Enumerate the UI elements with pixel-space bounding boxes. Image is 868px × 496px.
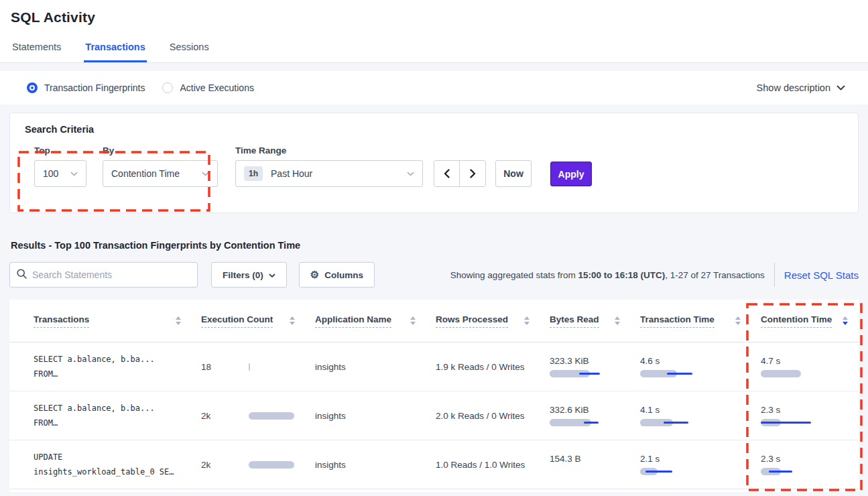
chevron-down-icon [70, 172, 78, 176]
next-interval-button[interactable] [460, 161, 485, 186]
stats-group: Showing aggregated stats from 15:00 to 1… [450, 263, 859, 287]
radio-transaction-fingerprints[interactable]: Transaction Fingerprints [27, 82, 145, 93]
sort-icon[interactable] [615, 316, 620, 325]
contention-time-bar [761, 419, 828, 426]
sort-icon-active-desc[interactable] [843, 316, 848, 325]
radio-unselected-icon [162, 82, 173, 93]
search-icon [17, 269, 27, 282]
filters-label: Filters (0) [223, 270, 263, 280]
by-select-value: Contention Time [111, 168, 180, 179]
show-description-toggle[interactable]: Show description [757, 82, 845, 93]
execution-count-cell: 2k [201, 440, 315, 489]
transactions-table: Transactions Execution Count Application… [9, 300, 859, 492]
by-label: By [103, 145, 218, 156]
bytes-read-cell: 323.3 KiB [550, 343, 640, 391]
column-header-contention-time[interactable]: Contention Time [761, 314, 851, 328]
application-name-cell: insights [315, 440, 436, 489]
column-header-application-name[interactable]: Application Name [315, 314, 436, 328]
contention-time-bar [761, 370, 828, 377]
time-range-select[interactable]: 1h Past Hour [235, 160, 423, 187]
time-range-badge: 1h [244, 166, 263, 181]
bytes-read-cell: 154.3 B [550, 440, 640, 489]
transaction-time-cell: 4.1 s [640, 391, 761, 440]
table-row: SELECT a.balance, b.ba... FROM… 18 insig… [9, 343, 859, 391]
search-criteria-heading: Search Criteria [25, 124, 843, 135]
columns-button[interactable]: ⚙ Columns [299, 262, 375, 288]
contention-time-cell: 2.3 s [761, 440, 851, 489]
execution-count-bar [249, 461, 315, 469]
chevron-down-icon [202, 172, 209, 176]
search-criteria-card: Search Criteria Top 100 By Contention Ti… [9, 113, 859, 213]
radio-label: Active Executions [180, 82, 254, 93]
radio-label: Transaction Fingerprints [44, 82, 145, 93]
application-name-cell: insights [315, 391, 436, 440]
reset-sql-stats-link[interactable]: Reset SQL Stats [784, 269, 859, 281]
search-statements-input[interactable] [32, 269, 190, 280]
tab-transactions[interactable]: Transactions [84, 42, 146, 62]
transaction-time-cell: 4.6 s [640, 343, 761, 391]
tab-bar: Statements Transactions Sessions [11, 42, 857, 62]
aggregated-stats-text: Showing aggregated stats from 15:00 to 1… [450, 270, 765, 280]
column-header-transactions[interactable]: Transactions [34, 314, 201, 328]
tab-sessions[interactable]: Sessions [168, 42, 210, 62]
column-header-execution-count[interactable]: Execution Count [201, 314, 315, 328]
search-criteria-controls: Top 100 By Contention Time Time Range 1h [25, 145, 843, 187]
column-header-bytes-read[interactable]: Bytes Read [550, 314, 640, 328]
sort-icon[interactable] [524, 316, 530, 325]
sort-icon[interactable] [735, 316, 741, 325]
filters-button[interactable]: Filters (0) [211, 262, 287, 288]
time-range-field: Time Range 1h Past Hour [235, 145, 423, 187]
sort-icon[interactable] [410, 316, 416, 325]
rows-processed-cell: 2.0 k Reads / 0 Writes [436, 391, 550, 440]
transaction-time-bar [640, 370, 707, 377]
vertical-divider [774, 263, 775, 287]
column-header-rows-processed[interactable]: Rows Processed [436, 314, 550, 328]
transaction-fingerprint-link[interactable]: UPDATE insights_workload_table_0 SE… [34, 440, 201, 489]
transaction-time-bar [640, 419, 707, 426]
chevron-down-icon [836, 85, 845, 90]
by-field: By Contention Time [103, 145, 218, 187]
apply-button[interactable]: Apply [550, 162, 592, 186]
sort-icon[interactable] [290, 316, 295, 325]
execution-count-bar [249, 363, 315, 371]
sql-activity-page: SQL Activity Statements Transactions Ses… [0, 0, 868, 496]
page-header: SQL Activity Statements Transactions Ses… [0, 0, 868, 63]
by-select[interactable]: Contention Time [103, 160, 218, 187]
tab-statements[interactable]: Statements [11, 42, 62, 62]
execution-count-cell: 18 [201, 343, 315, 391]
sort-icon[interactable] [176, 316, 181, 325]
columns-label: Columns [324, 270, 363, 280]
contention-time-cell: 2.3 s [761, 391, 851, 440]
transaction-fingerprint-link[interactable]: SELECT a.balance, b.ba... FROM… [34, 391, 201, 440]
table-header-row: Transactions Execution Count Application… [9, 300, 859, 343]
rows-processed-cell: 1.0 Reads / 1.0 Writes [436, 440, 550, 489]
top-select[interactable]: 100 [34, 160, 86, 187]
transaction-time-bar [640, 468, 707, 475]
radio-selected-icon [27, 82, 38, 93]
execution-count-cell: 2k [201, 391, 315, 440]
top-field: Top 100 [34, 145, 86, 187]
results-controls: Filters (0) ⚙ Columns Showing aggregated… [9, 262, 859, 288]
contention-time-cell: 4.7 s [761, 343, 851, 391]
rows-processed-cell: 1.9 k Reads / 0 Writes [436, 343, 550, 391]
contention-time-bar [761, 468, 828, 475]
show-description-label: Show description [757, 82, 830, 93]
bytes-read-cell: 332.6 KiB [550, 391, 640, 440]
bytes-read-bar [550, 419, 617, 426]
execution-count-bar [249, 412, 315, 420]
time-step-buttons [434, 160, 486, 187]
gear-icon: ⚙ [310, 269, 319, 281]
transaction-time-cell: 2.1 s [640, 440, 761, 489]
table-row: SELECT a.balance, b.ba... FROM… 2k insig… [9, 391, 859, 440]
column-header-transaction-time[interactable]: Transaction Time [640, 314, 761, 328]
time-range-value: Past Hour [271, 168, 312, 179]
results-heading: Results - Top 100 Transaction Fingerprin… [11, 240, 857, 251]
table-row: UPDATE insights_workload_table_0 SE… 2k … [9, 440, 859, 489]
bytes-read-bar [550, 370, 617, 377]
chevron-down-icon [407, 172, 414, 176]
now-button[interactable]: Now [495, 160, 532, 187]
previous-interval-button[interactable] [434, 161, 460, 186]
radio-active-executions[interactable]: Active Executions [162, 82, 254, 93]
transaction-fingerprint-link[interactable]: SELECT a.balance, b.ba... FROM… [34, 343, 201, 391]
chevron-down-icon [269, 270, 275, 280]
